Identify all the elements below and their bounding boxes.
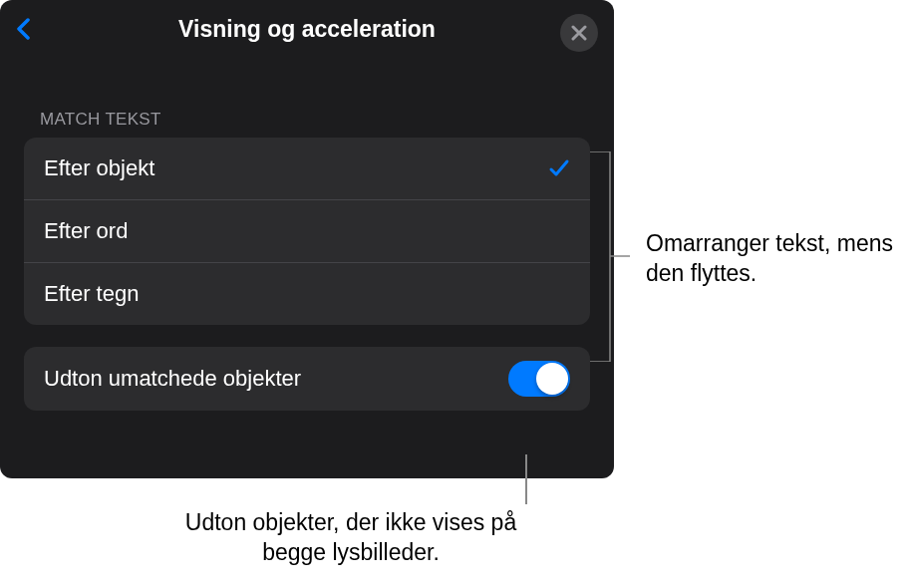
- option-by-object[interactable]: Efter objekt: [24, 138, 590, 200]
- callout-bottom: Udton objekter, der ikke vises på begge …: [151, 508, 550, 568]
- fade-unmatched-row: Udton umatchede objekter: [24, 347, 590, 411]
- toggle-group: Udton umatchede objekter: [24, 347, 590, 411]
- fade-unmatched-toggle[interactable]: [508, 361, 570, 397]
- callout-bottom-text: Udton objekter, der ikke vises på begge …: [151, 508, 550, 568]
- close-button[interactable]: [560, 14, 598, 52]
- option-by-character[interactable]: Efter tegn: [24, 263, 590, 325]
- callout-right: Omarranger tekst, mens den flyttes.: [646, 229, 895, 289]
- checkmark-icon: [548, 157, 570, 179]
- callout-bracket-right: [590, 151, 630, 362]
- option-label: Efter ord: [44, 218, 128, 244]
- panel-header: Visning og acceleration: [0, 0, 614, 58]
- option-by-word[interactable]: Efter ord: [24, 200, 590, 263]
- section-header: MATCH TEKST: [0, 58, 614, 138]
- match-text-list: Efter objekt Efter ord Efter tegn: [24, 138, 590, 325]
- toggle-label: Udton umatchede objekter: [44, 366, 301, 392]
- panel-title: Visning og acceleration: [178, 16, 436, 43]
- option-label: Efter objekt: [44, 155, 154, 181]
- option-label: Efter tegn: [44, 281, 139, 307]
- callout-line-bottom: [525, 454, 527, 504]
- close-icon: [571, 25, 587, 41]
- chevron-left-icon: [16, 18, 32, 40]
- settings-panel: Visning og acceleration MATCH TEKST Efte…: [0, 0, 614, 478]
- toggle-knob: [536, 363, 568, 395]
- callout-right-text: Omarranger tekst, mens den flyttes.: [646, 229, 895, 289]
- back-button[interactable]: [14, 18, 34, 40]
